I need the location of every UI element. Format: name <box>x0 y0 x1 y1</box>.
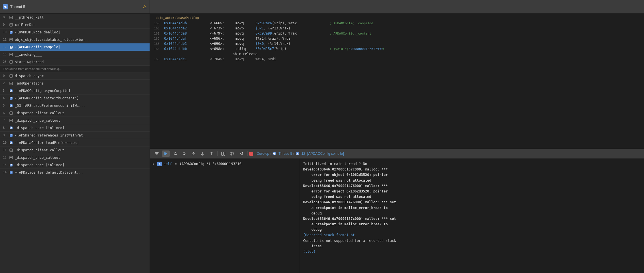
svg-point-43 <box>11 164 12 165</box>
svg-rect-57 <box>275 153 275 154</box>
asm-line-159: 159 0x1044b4d9b <+666>: movq 0xc97ac6(%r… <box>150 21 644 26</box>
svg-rect-55 <box>273 153 274 154</box>
filter-button[interactable] <box>153 150 161 157</box>
step-over-button[interactable] <box>171 150 179 157</box>
top-bar: Thread 5 ⚠ <box>0 0 644 14</box>
breadcrumb: Develop › Thread 5 › 12 -[APDAOConfig co… <box>257 152 344 156</box>
breadcrumb-thread[interactable]: Thread 5 <box>272 152 292 156</box>
toolbar-divider-2 <box>247 151 247 156</box>
svg-point-25 <box>11 97 12 98</box>
enqueue-item-3[interactable]: 3 -[APDAOConfig asyncCompile] <box>0 87 150 95</box>
breadcrumb-frame[interactable]: 12 -[APDAOConfig compile] <box>295 152 344 156</box>
user-frame-icon-e13 <box>9 163 13 167</box>
svg-rect-31 <box>10 120 12 121</box>
enqueue-item-0[interactable]: 0 dispatch_async <box>0 72 150 80</box>
console-line-4: Develop(83646,0x700001476000) malloc: **… <box>303 200 641 216</box>
continue-button[interactable] <box>162 150 170 157</box>
svg-point-37 <box>11 142 12 143</box>
system-frame-icon-11 <box>9 38 13 42</box>
debug-toolbar: Develop › Thread 5 › 12 -[APDAOConfig co… <box>150 148 644 159</box>
svg-point-33 <box>11 127 12 128</box>
move-down-button[interactable] <box>198 150 206 157</box>
expand-arrow[interactable]: ▶ <box>153 162 156 165</box>
enqueue-item-2[interactable]: 2 _addOperations <box>0 80 150 87</box>
move-up-button[interactable] <box>208 150 216 157</box>
asm-line-162: 162 0x1044b4daf <+686>: movq (%r14,%rax)… <box>150 36 644 41</box>
user-frame-icon-e14 <box>9 170 13 174</box>
console-line-5: Develop(83646,0x70000157c000) malloc: **… <box>303 216 641 233</box>
svg-rect-49 <box>222 152 223 155</box>
user-frame-icon-e8 <box>9 126 13 130</box>
svg-rect-15 <box>10 54 12 55</box>
toolbar-divider-1 <box>217 151 218 156</box>
console-line-7: Console is not supported for a recorded … <box>303 238 641 249</box>
system-frame-icon-e11 <box>9 148 13 152</box>
console-line-6: (Recorded stack frame) bt <box>303 232 641 238</box>
user-frame-icon-e3 <box>9 89 13 93</box>
svg-rect-46 <box>164 152 165 155</box>
enqueue-item-12[interactable]: 12 _dispatch_once_callout <box>0 154 150 161</box>
enqueue-item-14[interactable]: 14 +[APDataCenter defaultDataCent... <box>0 169 150 176</box>
enqueue-item-6[interactable]: 6 _dispatch_client_callout <box>0 109 150 117</box>
asm-line-164-cont: objc_release <box>150 52 644 57</box>
console-panel[interactable]: Initialized in main thread ? No Develop(… <box>300 159 644 273</box>
enqueue-item-4[interactable]: 4 -[APDAOConfig initWithContent:] <box>0 95 150 102</box>
stack-item-12-selected[interactable]: 12 -[APDAOConfig compile] <box>0 43 150 51</box>
enqueue-item-13[interactable]: 13 _dispatch_once [inlined] <box>0 161 150 169</box>
bottom-panels: ▶ A self = (APDAOConfig *) 0x60000119321… <box>150 159 644 273</box>
enqueue-item-10[interactable]: 10 -[APDataCenter loadPreferences] <box>0 139 150 146</box>
console-line-lldb: (lldb) <box>303 249 641 254</box>
var-type-badge: A <box>157 162 162 166</box>
user-frame-icon-10 <box>9 30 13 34</box>
step-out-button[interactable] <box>189 150 197 157</box>
asm-line-161: 161 0x1044b4da8 <+679>: movq 0xc97a99(%r… <box>150 31 644 36</box>
thread-panel-header: Thread 5 ⚠ <box>0 0 150 13</box>
stack-item-11[interactable]: 11 objc_object::sidetable_release(bo... <box>0 36 150 43</box>
enqueue-item-11[interactable]: 11 _dispatch_client_callout <box>0 146 150 154</box>
stack-item-13[interactable]: 13 __invoking___ <box>0 51 150 58</box>
warning-icon: ⚠ <box>143 4 147 9</box>
thread-title: Thread 5 <box>10 5 25 9</box>
stop-indicator <box>249 152 253 156</box>
thread-stack-panel: 0 __pthread_kill 9 xmlFreeDoc 10 -[RVDDX… <box>0 14 150 273</box>
svg-point-13 <box>11 46 12 47</box>
user-frame-icon-e9 <box>9 133 13 137</box>
thread-icon <box>3 4 8 9</box>
stack-item-9[interactable]: 9 xmlFreeDoc <box>0 21 150 29</box>
enqueue-item-9[interactable]: 9 -[APSharedPreferences initWithPat... <box>0 132 150 139</box>
user-frame-icon-e4 <box>9 96 13 100</box>
system-frame-icon <box>9 15 13 19</box>
svg-rect-50 <box>224 152 225 155</box>
svg-rect-41 <box>10 157 12 158</box>
asm-line-163: 163 0x1044b4db3 <+690>: movq $0x0, (%r14… <box>150 41 644 47</box>
svg-rect-56 <box>274 152 275 155</box>
svg-rect-21 <box>10 83 12 84</box>
svg-rect-3 <box>6 7 7 8</box>
svg-rect-7 <box>10 25 12 25</box>
svg-point-45 <box>11 171 12 172</box>
svg-rect-47 <box>183 152 185 152</box>
svg-rect-19 <box>10 76 12 76</box>
user-frame-icon-e5 <box>9 104 13 108</box>
variable-self: ▶ A self = (APDAOConfig *) 0x60000119321… <box>150 161 299 167</box>
share-button[interactable] <box>238 150 245 157</box>
stack-item-0[interactable]: 0 __pthread_kill <box>0 14 150 21</box>
svg-rect-5 <box>10 17 12 18</box>
svg-point-23 <box>11 90 12 91</box>
svg-rect-11 <box>10 39 12 40</box>
step-into-button[interactable] <box>180 150 188 157</box>
svg-point-27 <box>11 105 12 106</box>
breadcrumb-develop[interactable]: Develop <box>257 152 269 156</box>
stack-item-25[interactable]: 25 start_wqthread <box>0 58 150 66</box>
system-frame-icon-e0 <box>9 74 13 78</box>
enqueue-item-8[interactable]: 8 _dispatch_once [inlined] <box>0 124 150 132</box>
branch-button[interactable] <box>228 150 236 157</box>
asm-line-164: 164 0x1044b4dbb <+698>: callq *0x9415c7(… <box>150 47 644 52</box>
system-frame-icon-e6 <box>9 111 13 115</box>
svg-rect-2 <box>5 6 6 8</box>
enqueue-item-7[interactable]: 7 _dispatch_once_callout <box>0 117 150 124</box>
stack-item-10[interactable]: 10 -[RVDDXMLNode dealloc] <box>0 29 150 36</box>
layout-button[interactable] <box>219 150 227 157</box>
system-frame-icon-e12 <box>9 156 13 160</box>
enqueue-item-5[interactable]: 5 _53-[APSharedPreferences initWi... <box>0 102 150 109</box>
